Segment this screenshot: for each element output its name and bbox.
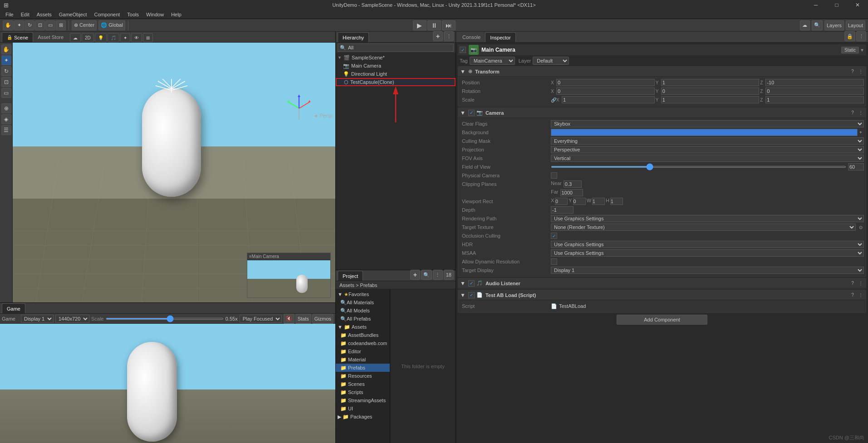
menu-tools[interactable]: Tools (123, 10, 142, 19)
background-eyedropper[interactable]: ⌖ (858, 129, 864, 136)
audio-listener-header[interactable]: ▼ ✓ 🎵 Audio Listener ? ⋮ (458, 278, 866, 288)
add-component-button[interactable]: Add Component (617, 315, 707, 325)
project-material[interactable]: 📁 Material (336, 355, 390, 364)
rect-tool[interactable]: ▭ (45, 20, 55, 30)
menu-assets[interactable]: Assets (33, 10, 55, 19)
project-resources[interactable]: 📁 Resources (336, 372, 390, 380)
fov-input[interactable] (848, 163, 864, 170)
transform-header[interactable]: ▼ ⊕ Transform ? ⋮ (458, 67, 866, 77)
hierarchy-item-maincamera[interactable]: 📷 Main Camera (336, 62, 456, 70)
tab-enabled-check[interactable]: ✓ (468, 292, 475, 298)
project-all-models[interactable]: 🔍 All Models (336, 307, 390, 315)
scale-slider[interactable] (106, 318, 224, 320)
background-color-swatch[interactable] (551, 129, 858, 136)
step-button[interactable]: ⏭ (442, 20, 456, 30)
object-enabled-check[interactable]: ✓ (460, 47, 466, 53)
fov-slider[interactable] (551, 166, 846, 168)
clear-flags-dropdown[interactable]: Skybox (551, 120, 864, 127)
tool-extra2[interactable]: ◈ (1, 114, 11, 124)
physical-camera-check[interactable] (551, 172, 557, 179)
scene-fx-btn[interactable]: ✦ (120, 33, 130, 42)
tab-console[interactable]: Console (458, 32, 485, 42)
menu-component[interactable]: Component (90, 10, 123, 19)
tab-inspector[interactable]: Inspector (485, 32, 515, 42)
project-assets-header[interactable]: ▼ 📁 Assets (336, 323, 390, 331)
culling-mask-dropdown[interactable]: Everything (551, 137, 864, 145)
target-display-dropdown[interactable]: Display 1 (551, 267, 864, 274)
pause-button[interactable]: ⏸ (427, 20, 441, 30)
global-btn[interactable]: 🌐 Global (98, 20, 125, 30)
scale-z-input[interactable] (765, 96, 864, 103)
maximize-button[interactable]: □ (826, 0, 847, 10)
layout-btn[interactable]: Layout (846, 20, 865, 30)
rendering-path-dropdown[interactable]: Use Graphics Settings (551, 215, 864, 222)
hierarchy-item-dirlight[interactable]: 💡 Directional Light (336, 70, 456, 78)
tool-rotate[interactable]: ↻ (1, 66, 11, 76)
gizmos-btn[interactable]: Gizmos (312, 314, 333, 324)
collab-btn[interactable]: ☁ (800, 20, 810, 30)
project-add-btn[interactable]: + (410, 270, 420, 280)
rotation-z-input[interactable] (765, 88, 864, 95)
audio-menu-btn[interactable]: ⋮ (858, 280, 864, 287)
close-button[interactable]: ✕ (847, 0, 868, 10)
play-focused-dropdown[interactable]: Play Focused (240, 315, 282, 323)
hierarchy-item-samplescene[interactable]: ▼ 🎬 SampleScene* (336, 54, 456, 62)
scene-hidden-btn[interactable]: 👁 (131, 33, 142, 42)
layers-btn[interactable]: Layers (824, 20, 844, 30)
position-y-input[interactable] (661, 79, 760, 86)
inspector-lock-btn[interactable]: 🔒 (844, 31, 855, 41)
minimize-button[interactable]: ─ (805, 0, 826, 10)
stats-btn[interactable]: Stats (295, 314, 311, 324)
project-menu-btn[interactable]: ⋮ (433, 270, 443, 280)
scene-grid-btn[interactable]: ⊞ (143, 33, 153, 42)
transform-help-btn[interactable]: ? (849, 68, 856, 75)
tool-rect[interactable]: ▭ (1, 88, 11, 98)
project-search-btn[interactable]: 🔍 (421, 270, 432, 280)
scene-2d-btn[interactable]: 2D (82, 33, 94, 42)
menu-window[interactable]: Window (142, 10, 167, 19)
static-button[interactable]: Static (841, 47, 859, 54)
scale-x-input[interactable] (562, 96, 655, 103)
tab-game[interactable]: Game (2, 303, 25, 313)
camera-header[interactable]: ▼ ✓ 📷 Camera ? ⋮ (458, 108, 866, 118)
tool-move[interactable]: ✦ (1, 55, 11, 65)
hierarchy-search-input[interactable] (348, 45, 451, 50)
rotate-tool[interactable]: ↻ (25, 20, 34, 30)
depth-input[interactable] (551, 206, 574, 214)
camera-help-btn[interactable]: ? (849, 110, 856, 116)
vr-h-input[interactable] (610, 198, 623, 205)
menu-edit[interactable]: Edit (17, 10, 33, 19)
transform-menu-btn[interactable]: ⋮ (858, 68, 864, 75)
tab-scene[interactable]: 🔒 Scene (2, 32, 33, 42)
inspector-menu-btn[interactable]: ⋮ (856, 31, 866, 41)
project-all-materials[interactable]: 🔍 All Materials (336, 298, 390, 307)
audio-enabled-check[interactable]: ✓ (468, 280, 475, 287)
rotation-y-input[interactable] (661, 88, 760, 95)
tool-extra3[interactable]: ☰ (1, 125, 11, 135)
scene-viewport[interactable]: ◄ Persp ≡ Main Camera (13, 43, 335, 302)
vr-w-input[interactable] (592, 198, 605, 205)
tab-asset-store[interactable]: Asset Store (33, 32, 68, 42)
layer-dropdown[interactable]: Default (533, 57, 569, 65)
camera-enabled-check[interactable]: ✓ (468, 110, 475, 116)
position-z-input[interactable] (765, 79, 864, 86)
project-editor[interactable]: 📁 Editor (336, 347, 390, 355)
project-all-prefabs[interactable]: 🔍 All Prefabs (336, 315, 390, 323)
project-favorites-header[interactable]: ▼ ★ Favorites (336, 290, 390, 298)
fov-axis-dropdown[interactable]: Vertical (551, 155, 864, 162)
hierarchy-add-btn[interactable]: + (433, 31, 443, 41)
far-input[interactable] (560, 189, 583, 196)
play-button[interactable]: ▶ (413, 20, 427, 30)
tool-scale[interactable]: ⊡ (1, 77, 11, 87)
project-ui[interactable]: 📁 UI (336, 404, 390, 413)
menu-file[interactable]: File (2, 10, 17, 19)
scene-audio-btn[interactable]: 🎵 (108, 33, 119, 42)
tab-help-btn[interactable]: ? (849, 292, 856, 298)
hdr-dropdown[interactable]: Use Graphics Settings (551, 241, 864, 248)
msaa-dropdown[interactable]: Use Graphics Settings (551, 249, 864, 257)
hierarchy-item-testcapsule[interactable]: ⬡ TestCapsule(Clone) (336, 78, 456, 86)
project-streamingassets[interactable]: 📁 StreamingAssets (336, 396, 390, 404)
tab-menu-btn[interactable]: ⋮ (858, 292, 864, 298)
mute-btn[interactable]: 🔇 (284, 314, 294, 324)
camera-menu-btn[interactable]: ⋮ (858, 110, 864, 116)
